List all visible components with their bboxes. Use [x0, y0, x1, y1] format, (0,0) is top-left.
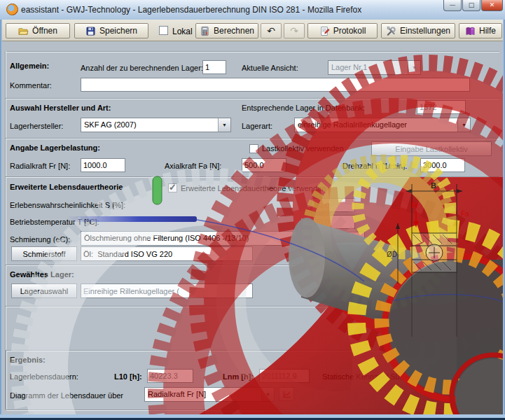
settings-button[interactable]: Einstellungen: [381, 23, 455, 38]
lastkollektiv-input-button: Eingabe Lastkollektiv: [371, 141, 492, 156]
comment-input[interactable]: [81, 78, 470, 92]
bearing-select-button-label: Lagerauswahl: [20, 287, 69, 295]
manufacturer-combobox[interactable]: SKF AG (2007) ▼: [81, 118, 231, 132]
hersteller-heading: Auswahl Hersteller und Art:: [10, 104, 111, 112]
settings-tools-icon: [386, 26, 396, 36]
bearing-type-label: Lagerart:: [242, 122, 272, 130]
count-label: Anzahl der zu berechnenden Lager:: [81, 64, 203, 72]
undo-icon: ↶: [267, 25, 275, 36]
firefox-icon: [6, 4, 18, 15]
protocol-button-label: Protokoll: [333, 26, 366, 36]
manufacturer-combobox-value: SKF AG (2007): [81, 118, 218, 132]
close-icon: ✕: [490, 2, 495, 8]
open-button[interactable]: Öffnen: [6, 23, 70, 38]
close-button[interactable]: ✕: [481, 0, 503, 11]
lager-heading: Gewähltes Lager:: [10, 270, 74, 279]
divider: [6, 98, 499, 99]
axial-force-input[interactable]: [242, 158, 286, 172]
calculate-button[interactable]: Berechnen: [195, 23, 258, 38]
view-label: Aktuelle Ansicht:: [242, 64, 298, 72]
db-count-field: [417, 100, 466, 114]
bearing-select-button[interactable]: Lagerauswahl: [11, 284, 77, 298]
life-label: Lagerlebensdauern:: [10, 372, 78, 381]
lnm-label: Lnm [h]:: [223, 372, 254, 381]
lubrication-combobox-value: Ölschmierung ohne Filterung (ISO 4406 -/…: [81, 232, 298, 245]
oil-field[interactable]: [81, 246, 253, 261]
count-input[interactable]: [202, 60, 226, 74]
window-border-left: [0, 20, 2, 420]
erweitert-use-label: Erweiterte Lebensdauertheorie verwenden: [181, 184, 326, 192]
s0-label: Statische Kennzahl S0:: [322, 372, 402, 381]
chevron-down-icon: ▼: [457, 118, 470, 132]
lastkollektiv-input-button-label: Eingabe Lastkollektiv: [395, 145, 467, 153]
l10-label: L10 [h]:: [114, 372, 142, 381]
divider: [6, 306, 499, 307]
chevron-down-icon: ▼: [218, 118, 230, 132]
comment-label: Kommentar:: [10, 81, 52, 90]
help-button[interactable]: Hilfe: [459, 23, 502, 38]
allgemein-heading: Allgemein:: [10, 62, 49, 70]
temperature-label: Betriebstemperatur T [°C]:: [10, 218, 99, 226]
speed-input[interactable]: [420, 158, 465, 172]
divider: [6, 176, 499, 178]
help-book-icon: [465, 26, 476, 36]
maximize-button[interactable]: □: [462, 0, 480, 11]
divider: [6, 51, 499, 52]
radial-force-label: Radialkraft Fr [N]:: [10, 162, 70, 170]
selected-bearing-field: [81, 284, 253, 298]
bearing-type-combobox-value: einreihige Radialrillenkugellager: [295, 118, 457, 132]
redo-icon: ↷: [290, 25, 298, 36]
divider: [6, 138, 499, 139]
radial-force-input[interactable]: [81, 158, 125, 172]
manufacturer-label: Lagerhersteller:: [10, 122, 63, 130]
protocol-document-icon: [319, 26, 330, 36]
maximize-icon: □: [469, 2, 475, 8]
force-fr-label: Fr: [411, 202, 418, 209]
diagram-combobox[interactable]: Radialkraft Fr [N] ▼: [144, 387, 275, 402]
force-fa-label: Fa: [461, 210, 469, 218]
erweitert-heading: Erweiterte Lebensdauertheorie: [10, 183, 123, 191]
help-button-label: Hilfe: [479, 26, 496, 36]
undo-button[interactable]: ↶: [261, 23, 282, 38]
axial-force-label: Axialkraft Fa [N]:: [165, 162, 221, 170]
app-window: eassistant - GWJ-Technology - Lagerleben…: [0, 0, 505, 420]
local-checkbox[interactable]: [159, 26, 168, 35]
ec-value-field: [314, 232, 365, 246]
ergebnis-heading: Ergebnis:: [10, 356, 46, 364]
calculator-icon: [200, 26, 210, 36]
window-title: eassistant - GWJ-Technology - Lagerleben…: [21, 5, 361, 15]
chevron-down-icon: ▼: [298, 232, 311, 245]
minimize-icon: —: [450, 2, 456, 8]
calculate-button-label: Berechnen: [214, 26, 254, 36]
protocol-button[interactable]: Protokoll: [307, 23, 378, 38]
divider: [6, 265, 499, 266]
lubrication-label: Schmierung (eC):: [10, 235, 70, 244]
probability-field: [312, 198, 355, 212]
settings-button-label: Einstellungen: [400, 26, 450, 36]
speed-label: Drehzahl n [1/min]:: [343, 162, 407, 170]
save-button-label: Speichern: [99, 26, 137, 36]
dim-b-label: B: [431, 181, 436, 190]
open-button-label: Öffnen: [32, 26, 57, 36]
diagram-label: Diagramm der Lebensdauer über: [10, 391, 123, 400]
lastkollektiv-label: Lastkollektiv verwenden: [262, 144, 344, 153]
minimize-button[interactable]: —: [443, 0, 462, 11]
chevron-down-icon: ▼: [408, 61, 420, 74]
l10-field: [147, 369, 193, 383]
bearing-type-combobox[interactable]: einreihige Radialrillenkugellager ▼: [294, 118, 471, 132]
lubricant-button[interactable]: Schmierstoff: [11, 246, 77, 261]
lastkollektiv-checkbox[interactable]: [249, 144, 258, 153]
db-count-label: Entsprechende Lager in Datenbank:: [242, 104, 365, 112]
temperature-field: [312, 215, 355, 229]
save-floppy-icon: [85, 26, 96, 36]
title-bar: eassistant - GWJ-Technology - Lagerleben…: [0, 0, 505, 20]
probability-label: Erlebenswahrscheinlichkeit S [%]:: [10, 201, 125, 209]
redo-button: ↷: [284, 23, 305, 38]
erweitert-use-checkbox[interactable]: [168, 183, 177, 192]
show-diagram-button[interactable]: [279, 387, 294, 401]
view-combobox-value: Lager Nr.1: [328, 61, 408, 74]
view-combobox: Lager Nr.1 ▼: [328, 60, 421, 75]
dim-d-label: ØD: [387, 251, 397, 258]
save-button[interactable]: Speichern: [74, 23, 148, 38]
lubrication-combobox[interactable]: Ölschmierung ohne Filterung (ISO 4406 -/…: [81, 231, 312, 246]
